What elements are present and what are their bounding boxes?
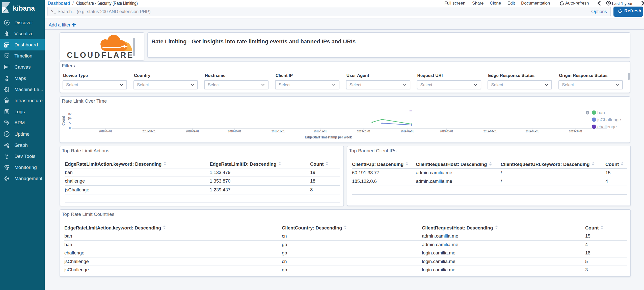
svg-text:2018-11-01: 2018-11-01	[272, 129, 285, 133]
svg-text:2019-02-01: 2019-02-01	[401, 129, 414, 133]
svg-text:2019-05-01: 2019-05-01	[526, 129, 539, 133]
svg-text:2018-12-01: 2018-12-01	[314, 129, 327, 133]
svg-text:10: 10	[68, 117, 71, 120]
svg-text:0: 0	[69, 126, 71, 130]
svg-text:2018-08-01: 2018-08-01	[142, 129, 156, 133]
svg-text:15: 15	[68, 112, 71, 116]
svg-text:2019-01-01: 2019-01-01	[357, 129, 370, 133]
svg-text:EdgeStartTimestamp per week: EdgeStartTimestamp per week	[305, 135, 352, 139]
svg-text:CLOUDFLARE: CLOUDFLARE	[67, 51, 134, 60]
svg-text:5: 5	[69, 122, 71, 125]
svg-text:2018-10-01: 2018-10-01	[228, 129, 241, 133]
svg-text:Count: Count	[61, 116, 65, 126]
svg-text:2019-06-01: 2019-06-01	[569, 129, 582, 133]
svg-text:2019-04-01: 2019-04-01	[484, 129, 497, 133]
svg-text:2018-07-01: 2018-07-01	[99, 129, 112, 133]
svg-text:2018-09-01: 2018-09-01	[186, 129, 199, 133]
svg-text:2019-03-01: 2019-03-01	[440, 129, 453, 133]
